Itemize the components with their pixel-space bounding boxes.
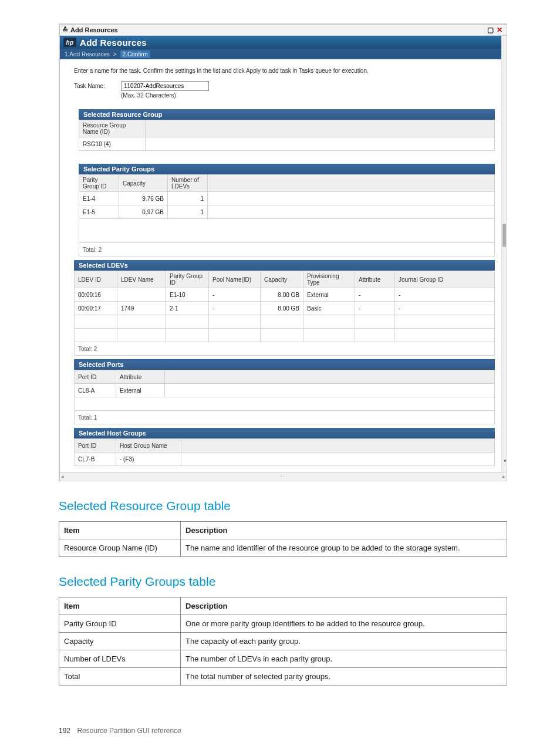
ldevs-table: LDEV ID LDEV Name Parity Group ID Pool N… [74, 271, 495, 356]
table-row: Parity Group IDOne or more parity group … [59, 615, 507, 633]
window-titlebar: ≙ Add Resources ▢ ✕ [60, 25, 507, 36]
ports-section-header: Selected Ports [74, 359, 495, 370]
table-row: Number of LDEVsThe number of LDEVs in ea… [59, 650, 507, 668]
task-name-label: Task Name: [74, 83, 121, 89]
ldevs-total: Total: 2 [75, 342, 495, 356]
collapse-icon[interactable]: ≙ [62, 26, 68, 34]
hp-logo-icon: hp [63, 38, 76, 47]
heading-resource-group-table: Selected Resource Group table [59, 499, 507, 513]
host-groups-table: Port ID Host Group Name CL7-B - (F3) [74, 438, 495, 466]
close-icon[interactable]: ✕ [495, 26, 504, 34]
parity-groups-table: Parity Group ID Capacity Number of LDEVs… [79, 174, 495, 256]
table-row: RSG10 (4) [79, 137, 495, 151]
resource-group-section-header: Selected Resource Group [79, 109, 495, 120]
horizontal-scrollbar[interactable]: ◂ ⋯ ▸ [60, 472, 507, 481]
doc-table-resource-group: Item Description Resource Group Name (ID… [59, 521, 507, 557]
host-groups-section-header: Selected Host Groups [74, 428, 495, 438]
instruction-text: Enter a name for the task. Confirm the s… [74, 67, 495, 74]
task-name-hint: (Max. 32 Characters) [121, 92, 495, 99]
ports-table: Port ID Attribute CL8-A External Total: … [74, 370, 495, 424]
heading-parity-groups-table: Selected Parity Groups table [59, 575, 507, 589]
breadcrumb: 1.Add Resources > 2.Confirm [60, 49, 507, 59]
table-row: E1-4 9.76 GB 1 [79, 192, 495, 205]
task-name-input[interactable] [121, 81, 209, 91]
breadcrumb-step2[interactable]: 2.Confirm [120, 50, 150, 58]
table-row: CL7-B - (F3) [75, 453, 495, 466]
banner-title: Add Resources [80, 38, 147, 48]
table-row: CapacityThe capacity of each parity grou… [59, 633, 507, 650]
table-row: Resource Group Name (ID) The name and id… [59, 539, 507, 557]
footer-section-title: Resource Partition GUI reference [77, 727, 181, 735]
ports-total: Total: 1 [75, 411, 495, 424]
scroll-right-icon[interactable]: ▸ [502, 474, 505, 480]
parity-groups-section-header: Selected Parity Groups [79, 164, 495, 174]
window-title: Add Resources [70, 26, 118, 33]
page-number: 192 [59, 727, 70, 735]
breadcrumb-step1[interactable]: 1.Add Resources [65, 51, 110, 58]
maximize-icon[interactable]: ▢ [485, 26, 495, 34]
add-resources-window: ≙ Add Resources ▢ ✕ hp Add Resources 1.A… [59, 23, 507, 481]
resource-group-table: Resource Group Name (ID) RSG10 (4) [79, 120, 495, 151]
table-header: Resource Group Name (ID) [79, 120, 146, 137]
parity-total: Total: 2 [79, 243, 495, 256]
table-row: 00:00:17 1749 2-1 - 8.00 GB Basic - - [75, 302, 495, 315]
page-footer: 192 Resource Partition GUI reference [59, 727, 507, 735]
ldevs-section-header: Selected LDEVs [74, 260, 495, 271]
vertical-scrollbar[interactable] [501, 36, 507, 472]
table-row: E1-5 0.97 GB 1 [79, 205, 495, 219]
scroll-down-icon[interactable]: ▾ [504, 458, 507, 464]
doc-table-parity-groups: Item Description Parity Group IDOne or m… [59, 597, 507, 686]
table-row: CL8-A External [75, 384, 495, 397]
banner: hp Add Resources [60, 36, 507, 49]
table-row: 00:00:16 E1-10 - 8.00 GB External - - [75, 288, 495, 302]
scrollbar-thumb[interactable] [502, 224, 506, 247]
table-row: TotalThe total number of selected parity… [59, 668, 507, 686]
